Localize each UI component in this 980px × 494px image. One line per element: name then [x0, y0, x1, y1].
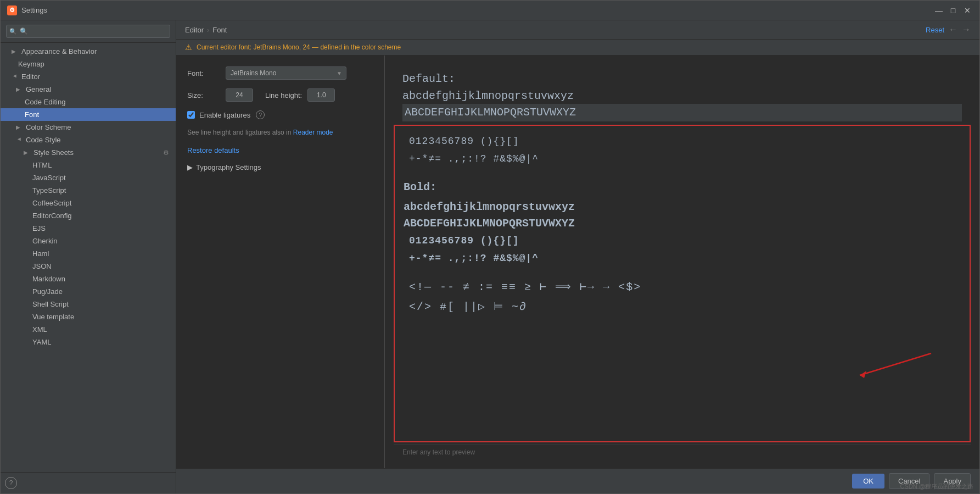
- header-actions: Reset ← →: [926, 25, 971, 35]
- sidebar-item-label: Shell Script: [32, 300, 69, 308]
- typography-row[interactable]: ▶ Typography Settings: [187, 163, 373, 171]
- sidebar-item-label: Appearance & Behavior: [21, 47, 97, 55]
- content-area: Editor › Font Reset ← → ⚠ Current editor…: [176, 20, 979, 493]
- preview-bold-label-section: Bold: abcdefghijklmnopqrstuvwxyz ABCDEFG…: [404, 178, 961, 268]
- sidebar-item-gherkin[interactable]: Gherkin: [1, 235, 176, 247]
- main-container: 🔍 ▶ Appearance & Behavior Keymap ▼ Edito…: [1, 20, 979, 493]
- sidebar-item-editor[interactable]: ▼ Editor: [1, 70, 176, 83]
- size-row: Size: Line height:: [187, 88, 373, 102]
- sidebar-bottom: ?: [1, 472, 176, 493]
- watermark: CSDN @程序员的脱发之路: [900, 482, 973, 491]
- sidebar-item-pug-jade[interactable]: Pug/Jade: [1, 285, 176, 298]
- size-input[interactable]: [226, 88, 253, 102]
- sidebar: 🔍 ▶ Appearance & Behavior Keymap ▼ Edito…: [1, 20, 176, 493]
- arrow-icon: ▶: [12, 48, 18, 54]
- sidebar-item-shell-script[interactable]: Shell Script: [1, 298, 176, 310]
- sidebar-item-editorconfig[interactable]: EditorConfig: [1, 209, 176, 222]
- search-input[interactable]: [6, 25, 170, 38]
- sidebar-item-label: EditorConfig: [32, 212, 72, 220]
- sidebar-item-color-scheme[interactable]: ▶ Color Scheme: [1, 121, 176, 134]
- search-container: 🔍: [1, 20, 176, 43]
- reader-mode-link[interactable]: Reader mode: [293, 129, 333, 136]
- sidebar-item-ejs[interactable]: EJS: [1, 222, 176, 235]
- breadcrumb-part2: Font: [212, 26, 227, 34]
- close-button[interactable]: ✕: [962, 5, 973, 16]
- line-height-input[interactable]: [307, 88, 335, 102]
- content-body: Font: JetBrains Mono ▼ Size: Lin: [176, 55, 979, 468]
- sidebar-item-label: YAML: [32, 338, 51, 346]
- app-icon: ⚙: [7, 5, 17, 15]
- font-select-wrapper: JetBrains Mono ▼: [226, 66, 346, 80]
- sidebar-item-label: HTML: [32, 161, 52, 169]
- sidebar-item-markdown[interactable]: Markdown: [1, 273, 176, 285]
- search-wrapper: 🔍: [6, 25, 170, 38]
- title-bar: ⚙ Settings — □ ✕: [1, 1, 979, 20]
- sidebar-item-html[interactable]: HTML: [1, 159, 176, 171]
- sidebar-item-general[interactable]: ▶ General: [1, 83, 176, 96]
- maximize-button[interactable]: □: [948, 5, 959, 16]
- breadcrumb-sep: ›: [207, 26, 209, 34]
- settings-icon[interactable]: ⚙: [163, 149, 169, 157]
- preview-lowercase: abcdefghijklmnopqrstuvwxyz: [402, 88, 962, 104]
- sidebar-item-code-style[interactable]: ▼ Code Style: [1, 134, 176, 146]
- nav-tree: ▶ Appearance & Behavior Keymap ▼ Editor …: [1, 43, 176, 472]
- ligatures-checkbox[interactable]: [187, 111, 195, 119]
- font-label: Font:: [187, 69, 220, 77]
- sidebar-item-label: Keymap: [18, 60, 44, 68]
- sidebar-item-label: CoffeeScript: [32, 199, 71, 207]
- sidebar-item-label: JSON: [32, 262, 52, 270]
- preview-bold-uppercase: ABCDEFGHIJKLMNOPQRSTUVWXYZ: [404, 215, 961, 232]
- sidebar-item-typescript[interactable]: TypeScript: [1, 184, 176, 197]
- sidebar-item-appearance[interactable]: ▶ Appearance & Behavior: [1, 45, 176, 58]
- breadcrumb: Editor › Font: [185, 26, 227, 34]
- restore-defaults-button[interactable]: Restore defaults: [187, 146, 239, 154]
- sidebar-item-vue-template[interactable]: Vue template: [1, 310, 176, 323]
- preview-panel: Default: abcdefghijklmnopqrstuvwxyz ABCD…: [385, 55, 979, 468]
- forward-button[interactable]: →: [962, 25, 971, 35]
- sidebar-item-label: EJS: [32, 224, 46, 232]
- sidebar-item-json[interactable]: JSON: [1, 260, 176, 273]
- sidebar-item-coffeescript[interactable]: CoffeeScript: [1, 197, 176, 209]
- ligatures-label: Enable ligatures: [199, 111, 250, 119]
- hint-text: See line height and ligatures also in Re…: [187, 128, 373, 137]
- ok-button[interactable]: OK: [852, 474, 884, 489]
- sidebar-item-xml[interactable]: XML: [1, 323, 176, 336]
- red-arrow-annotation: [821, 348, 942, 386]
- content-header: Editor › Font Reset ← →: [176, 20, 979, 40]
- preview-default-label: Default:: [402, 71, 962, 87]
- help-button[interactable]: ?: [5, 477, 17, 489]
- minimize-button[interactable]: —: [933, 5, 944, 16]
- preview-symbols: +-*≠= .,;:!? #&$%@|^: [404, 150, 961, 168]
- font-row: Font: JetBrains Mono ▼: [187, 66, 373, 80]
- ligatures-row: Enable ligatures ?: [187, 110, 373, 119]
- sidebar-item-style-sheets[interactable]: ▶ Style Sheets ⚙: [1, 146, 176, 159]
- reset-button[interactable]: Reset: [926, 26, 944, 34]
- ligatures-help-icon[interactable]: ?: [256, 110, 265, 119]
- sidebar-item-javascript[interactable]: JavaScript: [1, 171, 176, 184]
- sidebar-item-label: Code Style: [26, 136, 61, 144]
- sidebar-item-font[interactable]: Font: [1, 108, 176, 121]
- window-controls: — □ ✕: [933, 5, 973, 16]
- sidebar-item-yaml[interactable]: YAML: [1, 336, 176, 348]
- settings-window: ⚙ Settings — □ ✕ 🔍 ▶ Appearance & Behavi…: [0, 0, 980, 494]
- content-panel: Editor › Font Reset ← → ⚠ Current editor…: [176, 20, 979, 468]
- warning-text: Current editor font: JetBrains Mono, 24 …: [197, 43, 401, 51]
- hint-text-static: See line height and ligatures also in: [187, 129, 291, 136]
- sidebar-item-label: Font: [25, 110, 39, 119]
- sidebar-item-haml[interactable]: Haml: [1, 247, 176, 260]
- sidebar-item-keymap[interactable]: Keymap: [1, 58, 176, 70]
- warning-bar: ⚠ Current editor font: JetBrains Mono, 2…: [176, 40, 979, 55]
- arrow-icon: ▼: [16, 137, 23, 143]
- back-button[interactable]: ←: [949, 25, 957, 35]
- preview-uppercase: ABCDEFGHIJKLMNOPQRSTUVWXYZ: [402, 104, 962, 121]
- preview-bold-lowercase: abcdefghijklmnopqrstuvwxyz: [404, 199, 961, 215]
- sidebar-item-label: Editor: [21, 73, 40, 81]
- svg-line-0: [860, 353, 931, 375]
- font-select[interactable]: JetBrains Mono: [226, 66, 346, 80]
- window-title: Settings: [21, 6, 933, 14]
- arrow-icon: ▶: [16, 86, 23, 92]
- sidebar-item-label: XML: [32, 325, 47, 334]
- sidebar-item-label: Code Editing: [25, 98, 65, 106]
- preview-enter-text: Enter any text to preview: [394, 445, 971, 459]
- sidebar-item-code-editing[interactable]: Code Editing: [1, 96, 176, 108]
